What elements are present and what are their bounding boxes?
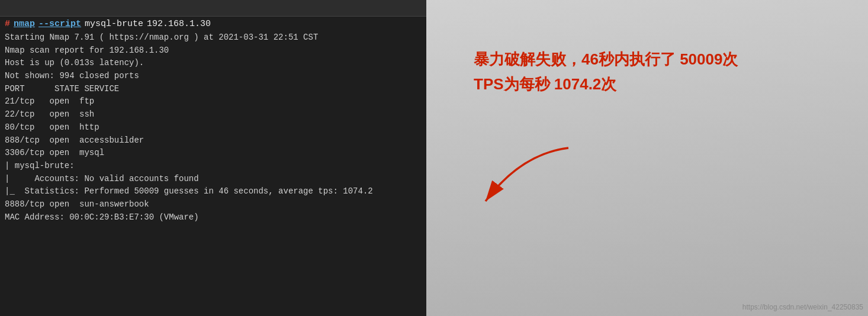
- command-nmap: nmap: [14, 19, 35, 29]
- command-script-flag: --script: [38, 19, 81, 29]
- annotation-arrow-container: [462, 142, 580, 216]
- output-port-8888: 8888/tcp open sun-answerbook: [5, 198, 422, 211]
- watermark-url: https://blog.csdn.net/weixin_42250835: [742, 303, 863, 311]
- output-line-4: Not shown: 994 closed ports: [5, 70, 422, 83]
- output-line-3: Host is up (0.013s latency).: [5, 57, 422, 70]
- annotation-panel: 暴力破解失败，46秒内执行了 50009次 TPS为每秒 1074.2次 htt…: [426, 0, 868, 316]
- output-port-80: 80/tcp open http: [5, 121, 422, 134]
- output-port-21: 21/tcp open ftp: [5, 95, 422, 108]
- output-line-1: Starting Nmap 7.91 ( https://nmap.org ) …: [5, 31, 422, 44]
- command-target: 192.168.1.30: [147, 19, 211, 29]
- annotation-arrow-icon: [462, 142, 580, 213]
- output-port-3306: 3306/tcp open mysql: [5, 147, 422, 160]
- main-container: # nmap --script mysql-brute 192.168.1.30…: [0, 0, 868, 316]
- output-line-2: Nmap scan report for 192.168.1.30: [5, 44, 422, 57]
- output-mac: MAC Address: 00:0C:29:B3:E7:30 (VMware): [5, 211, 422, 224]
- output-mysql-brute-header: | mysql-brute:: [5, 160, 422, 173]
- output-statistics-line: |_ Statistics: Performed 50009 guesses i…: [5, 185, 422, 198]
- annotation-line-1: 暴力破解失败，46秒内执行了 50009次: [474, 47, 738, 72]
- terminal-title-bar: [0, 0, 426, 17]
- terminal-panel: # nmap --script mysql-brute 192.168.1.30…: [0, 0, 426, 316]
- output-port-22: 22/tcp open ssh: [5, 108, 422, 121]
- terminal-output: Starting Nmap 7.91 ( https://nmap.org ) …: [0, 29, 426, 226]
- terminal-prompt-line: # nmap --script mysql-brute 192.168.1.30: [0, 17, 426, 29]
- output-accounts-line: | Accounts: No valid accounts found: [5, 173, 422, 186]
- annotation-text-box: 暴力破解失败，46秒内执行了 50009次 TPS为每秒 1074.2次: [474, 47, 738, 96]
- prompt-hash: #: [5, 19, 10, 29]
- output-port-header: PORT STATE SERVICE: [5, 83, 422, 96]
- command-script-value: mysql-brute: [85, 19, 143, 29]
- annotation-line-2: TPS为每秒 1074.2次: [474, 72, 738, 97]
- output-port-888: 888/tcp open accessbuilder: [5, 134, 422, 147]
